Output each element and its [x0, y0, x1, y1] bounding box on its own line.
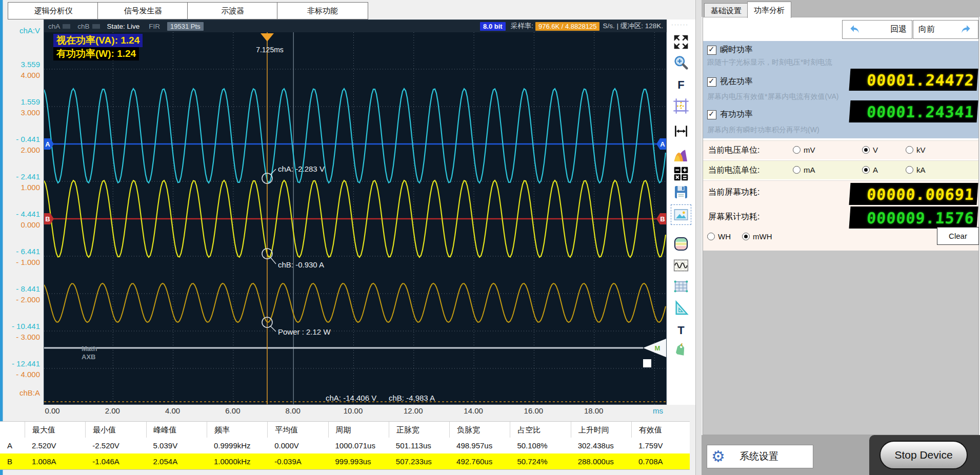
screenshot-icon[interactable] — [671, 204, 691, 225]
settings-tab-strip: 基础设置 功率分析 — [702, 0, 980, 17]
radio-ma[interactable] — [793, 166, 801, 174]
set-square-icon[interactable] — [671, 298, 691, 318]
waveform-card-icon[interactable] — [671, 255, 691, 276]
table-header-cell[interactable]: 周期 — [328, 422, 389, 438]
table-header-cell[interactable]: 上升时间 — [571, 422, 631, 438]
zoom-in-icon[interactable] — [671, 52, 691, 73]
channel-b-label[interactable]: chB — [77, 23, 89, 30]
tab-2[interactable]: 信号发生器 — [97, 2, 189, 19]
table-header-cell[interactable]: 平均值 — [267, 422, 328, 438]
row-channel-label: B — [7, 453, 12, 469]
data-table-icon[interactable] — [671, 276, 691, 297]
scope-plot-svg[interactable]: 7.125ms chA: -2.283 V chB: -0.930 A Powe… — [44, 32, 666, 404]
voltage-unit-kv[interactable]: kV — [906, 146, 926, 154]
active-power-overlay: 有功功率(W): 1.24 — [53, 47, 139, 60]
crosshair-readout-chb: chB: -4.983 A — [389, 394, 435, 402]
instant-power-row[interactable]: ✓ 瞬时功率 — [707, 45, 753, 55]
measurement-table[interactable]: 最大值最小值峰峰值频率平均值周期正脉宽负脉宽占空比上升时间有效值A2.520V-… — [0, 421, 690, 470]
tag-icon[interactable] — [671, 341, 691, 362]
system-settings-button[interactable]: ⚙ 系统设置 — [707, 445, 813, 468]
radio-v[interactable] — [862, 146, 870, 154]
apparent-power-display: 00001.24472 — [849, 69, 978, 91]
table-header-cell[interactable]: 正脉宽 — [389, 422, 449, 438]
instant-power-checkbox[interactable]: ✓ — [707, 46, 716, 55]
channel-b-swatch[interactable] — [92, 24, 100, 29]
redo-button[interactable]: 向前 — [913, 20, 978, 39]
waveform-plot-area[interactable]: 7.125ms chA: -2.283 V chB: -0.930 A Powe… — [44, 32, 666, 404]
radio-a[interactable] — [862, 166, 870, 174]
axis-chb-value: 1.000 — [1, 182, 40, 192]
channel-a-swatch[interactable] — [63, 24, 70, 29]
channel-a-label[interactable]: chA — [48, 23, 60, 30]
table-header-cell[interactable]: 最大值 — [25, 422, 85, 438]
axis-cha-value: - 6.441 — [1, 246, 40, 256]
radio-mv[interactable] — [793, 146, 801, 154]
current-unit-ma[interactable]: mA — [793, 166, 815, 174]
table-header-cell[interactable]: 最小值 — [85, 422, 146, 438]
current-unit-a[interactable]: A — [862, 166, 878, 174]
radio-wh[interactable] — [707, 233, 715, 240]
table-value-cell: 2.054A — [146, 453, 207, 469]
table-row[interactable]: B1.008A-1.046A2.054A1.0000kHz-0.039A999.… — [0, 453, 690, 469]
horizontal-measure-icon[interactable] — [671, 121, 691, 141]
math-handle-square[interactable] — [643, 359, 651, 367]
fit-frequency-icon[interactable]: F — [671, 75, 691, 95]
current-unit-option-label: mA — [804, 166, 815, 174]
table-value-cell: -2.520V — [85, 438, 146, 453]
text-tool-icon[interactable]: T — [671, 320, 691, 341]
current-unit-option-label: kA — [916, 166, 926, 174]
table-header-cell[interactable]: 有效值 — [631, 422, 692, 438]
layers-icon[interactable] — [671, 234, 691, 254]
axis-cha-value: - 2.441 — [1, 172, 40, 181]
histogram-icon[interactable] — [671, 145, 691, 166]
energy-unit-wh[interactable]: WH — [707, 232, 731, 241]
fir-filter-label[interactable]: FIR — [149, 23, 160, 30]
energy-consumption-section: 当前屏幕功耗: 00000.00691 屏幕累计功耗: 000009.1576 … — [703, 180, 978, 251]
tab-1[interactable]: 逻辑分析仪 — [8, 2, 99, 19]
voltage-unit-mv[interactable]: mV — [793, 146, 815, 154]
gear-icon: ⚙ — [711, 449, 725, 464]
screen-power-display: 00000.00691 — [849, 183, 978, 205]
vertical-axis-labels: chA:V chB:A 3.5594.0001.5593.000- 0.4412… — [0, 19, 43, 405]
trigger-marker-icon[interactable] — [261, 33, 274, 42]
radio-kv[interactable] — [906, 146, 913, 154]
apparent-power-checkbox[interactable]: ✓ — [707, 77, 716, 87]
channel-b-right-marker-label: B — [660, 215, 665, 223]
table-header-cell[interactable]: 负脉宽 — [449, 422, 510, 438]
voltage-unit-v[interactable]: V — [862, 146, 878, 154]
table-header-cell[interactable]: 频率 — [207, 422, 267, 438]
active-power-row[interactable]: ✓ 有功功率 — [707, 109, 753, 120]
time-tick-label: 4.00 — [155, 406, 191, 415]
tab-power-analysis[interactable]: 功率分析 — [747, 2, 791, 18]
table-row[interactable]: A2.520V-2.520V5.039V0.9999kHz0.000V1000.… — [0, 438, 690, 453]
accumulated-power-display: 000009.1576 — [849, 206, 978, 229]
cursor-time-label: 7.125ms — [256, 46, 284, 54]
cursor-grid-icon[interactable] — [671, 96, 691, 116]
undo-button[interactable]: 回退 — [842, 20, 912, 39]
tab-4[interactable]: 非标功能 — [277, 2, 368, 19]
tab-3[interactable]: 示波器 — [187, 2, 278, 19]
radio-mwh[interactable] — [742, 233, 750, 240]
expand-icon[interactable] — [671, 32, 691, 52]
buffer-info: S/s. | 缓冲区: 128K. — [603, 22, 663, 31]
table-value-cell: 50.108% — [510, 438, 570, 453]
math-operations-icon[interactable] — [671, 163, 691, 184]
current-unit-ka[interactable]: kA — [906, 166, 926, 174]
apparent-power-row[interactable]: ✓ 视在功率 — [707, 76, 753, 87]
stop-device-button[interactable]: Stop Device — [879, 441, 968, 469]
clear-button[interactable]: Clear — [937, 227, 979, 245]
radio-ka[interactable] — [906, 166, 913, 174]
table-header-cell[interactable]: 峰峰值 — [146, 422, 207, 438]
panel-footer: ⚙ 系统设置 Stop Device — [702, 435, 980, 475]
axis-chb-value: - 3.000 — [1, 332, 40, 342]
active-power-checkbox[interactable]: ✓ — [707, 110, 716, 119]
table-header-cell[interactable]: 占空比 — [510, 422, 570, 438]
toolbar-drag-handle[interactable]: ······ — [671, 22, 689, 28]
axis-cha-value: 1.559 — [1, 97, 40, 107]
axis-chb-value: 2.000 — [1, 145, 40, 155]
save-icon[interactable] — [671, 182, 691, 202]
tab-basic-settings[interactable]: 基础设置 — [704, 3, 748, 18]
energy-unit-mwh[interactable]: mWH — [742, 232, 772, 241]
table-value-cell: 302.438us — [571, 438, 631, 453]
table-value-cell: 0.708A — [631, 453, 692, 469]
